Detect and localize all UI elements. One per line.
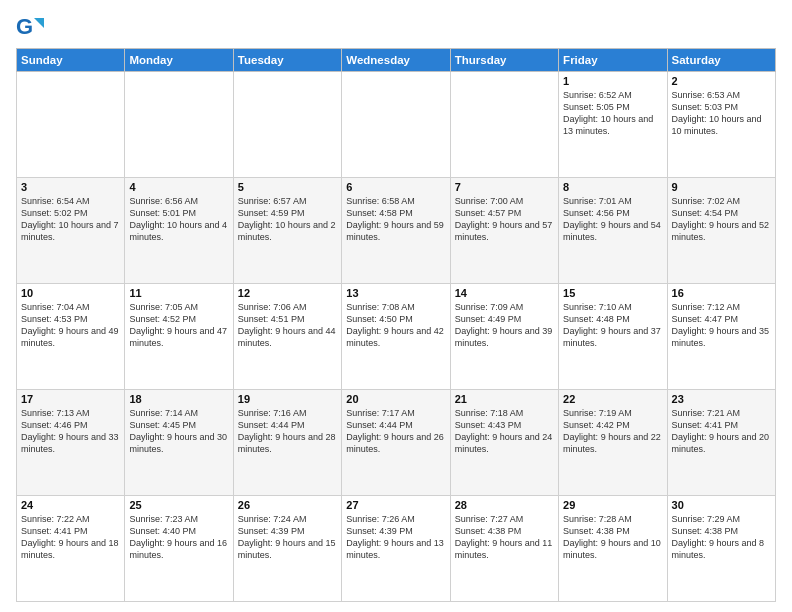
day-info: Sunrise: 7:05 AM Sunset: 4:52 PM Dayligh… bbox=[129, 301, 228, 350]
calendar-week-row: 24Sunrise: 7:22 AM Sunset: 4:41 PM Dayli… bbox=[17, 496, 776, 602]
calendar-cell: 18Sunrise: 7:14 AM Sunset: 4:45 PM Dayli… bbox=[125, 390, 233, 496]
day-number: 12 bbox=[238, 287, 337, 299]
day-info: Sunrise: 7:29 AM Sunset: 4:38 PM Dayligh… bbox=[672, 513, 771, 562]
day-number: 10 bbox=[21, 287, 120, 299]
calendar-cell bbox=[17, 72, 125, 178]
day-number: 26 bbox=[238, 499, 337, 511]
day-number: 20 bbox=[346, 393, 445, 405]
page: G SundayMondayTuesdayWednesdayThursdayFr… bbox=[0, 0, 792, 612]
calendar-cell: 22Sunrise: 7:19 AM Sunset: 4:42 PM Dayli… bbox=[559, 390, 667, 496]
calendar-cell: 5Sunrise: 6:57 AM Sunset: 4:59 PM Daylig… bbox=[233, 178, 341, 284]
day-info: Sunrise: 7:08 AM Sunset: 4:50 PM Dayligh… bbox=[346, 301, 445, 350]
weekday-header-thursday: Thursday bbox=[450, 49, 558, 72]
day-number: 27 bbox=[346, 499, 445, 511]
header: G bbox=[16, 12, 776, 42]
day-number: 11 bbox=[129, 287, 228, 299]
calendar-cell: 27Sunrise: 7:26 AM Sunset: 4:39 PM Dayli… bbox=[342, 496, 450, 602]
calendar-cell: 11Sunrise: 7:05 AM Sunset: 4:52 PM Dayli… bbox=[125, 284, 233, 390]
day-info: Sunrise: 6:52 AM Sunset: 5:05 PM Dayligh… bbox=[563, 89, 662, 138]
weekday-header-monday: Monday bbox=[125, 49, 233, 72]
day-number: 23 bbox=[672, 393, 771, 405]
day-number: 16 bbox=[672, 287, 771, 299]
calendar-cell bbox=[125, 72, 233, 178]
day-number: 13 bbox=[346, 287, 445, 299]
calendar-cell bbox=[342, 72, 450, 178]
day-info: Sunrise: 7:18 AM Sunset: 4:43 PM Dayligh… bbox=[455, 407, 554, 456]
day-info: Sunrise: 7:27 AM Sunset: 4:38 PM Dayligh… bbox=[455, 513, 554, 562]
weekday-header-sunday: Sunday bbox=[17, 49, 125, 72]
calendar-cell: 1Sunrise: 6:52 AM Sunset: 5:05 PM Daylig… bbox=[559, 72, 667, 178]
day-number: 2 bbox=[672, 75, 771, 87]
day-number: 8 bbox=[563, 181, 662, 193]
calendar-cell: 12Sunrise: 7:06 AM Sunset: 4:51 PM Dayli… bbox=[233, 284, 341, 390]
day-info: Sunrise: 7:14 AM Sunset: 4:45 PM Dayligh… bbox=[129, 407, 228, 456]
calendar-cell: 15Sunrise: 7:10 AM Sunset: 4:48 PM Dayli… bbox=[559, 284, 667, 390]
day-info: Sunrise: 6:57 AM Sunset: 4:59 PM Dayligh… bbox=[238, 195, 337, 244]
calendar-cell: 24Sunrise: 7:22 AM Sunset: 4:41 PM Dayli… bbox=[17, 496, 125, 602]
day-info: Sunrise: 6:58 AM Sunset: 4:58 PM Dayligh… bbox=[346, 195, 445, 244]
day-info: Sunrise: 7:04 AM Sunset: 4:53 PM Dayligh… bbox=[21, 301, 120, 350]
day-number: 29 bbox=[563, 499, 662, 511]
day-number: 30 bbox=[672, 499, 771, 511]
day-info: Sunrise: 7:13 AM Sunset: 4:46 PM Dayligh… bbox=[21, 407, 120, 456]
calendar-cell: 19Sunrise: 7:16 AM Sunset: 4:44 PM Dayli… bbox=[233, 390, 341, 496]
day-number: 21 bbox=[455, 393, 554, 405]
calendar-cell: 29Sunrise: 7:28 AM Sunset: 4:38 PM Dayli… bbox=[559, 496, 667, 602]
logo-icon: G bbox=[16, 14, 44, 42]
weekday-header-wednesday: Wednesday bbox=[342, 49, 450, 72]
calendar-cell: 26Sunrise: 7:24 AM Sunset: 4:39 PM Dayli… bbox=[233, 496, 341, 602]
day-number: 3 bbox=[21, 181, 120, 193]
day-info: Sunrise: 7:09 AM Sunset: 4:49 PM Dayligh… bbox=[455, 301, 554, 350]
day-info: Sunrise: 7:22 AM Sunset: 4:41 PM Dayligh… bbox=[21, 513, 120, 562]
day-info: Sunrise: 7:19 AM Sunset: 4:42 PM Dayligh… bbox=[563, 407, 662, 456]
day-info: Sunrise: 6:54 AM Sunset: 5:02 PM Dayligh… bbox=[21, 195, 120, 244]
day-number: 7 bbox=[455, 181, 554, 193]
day-number: 24 bbox=[21, 499, 120, 511]
day-info: Sunrise: 7:17 AM Sunset: 4:44 PM Dayligh… bbox=[346, 407, 445, 456]
day-number: 17 bbox=[21, 393, 120, 405]
calendar-cell: 16Sunrise: 7:12 AM Sunset: 4:47 PM Dayli… bbox=[667, 284, 775, 390]
calendar-cell bbox=[450, 72, 558, 178]
day-info: Sunrise: 7:01 AM Sunset: 4:56 PM Dayligh… bbox=[563, 195, 662, 244]
calendar-cell: 3Sunrise: 6:54 AM Sunset: 5:02 PM Daylig… bbox=[17, 178, 125, 284]
day-number: 1 bbox=[563, 75, 662, 87]
day-info: Sunrise: 7:24 AM Sunset: 4:39 PM Dayligh… bbox=[238, 513, 337, 562]
day-info: Sunrise: 6:53 AM Sunset: 5:03 PM Dayligh… bbox=[672, 89, 771, 138]
day-number: 15 bbox=[563, 287, 662, 299]
calendar-cell: 20Sunrise: 7:17 AM Sunset: 4:44 PM Dayli… bbox=[342, 390, 450, 496]
calendar-cell: 2Sunrise: 6:53 AM Sunset: 5:03 PM Daylig… bbox=[667, 72, 775, 178]
calendar-cell bbox=[233, 72, 341, 178]
weekday-header-row: SundayMondayTuesdayWednesdayThursdayFrid… bbox=[17, 49, 776, 72]
svg-text:G: G bbox=[16, 14, 33, 39]
calendar-cell: 4Sunrise: 6:56 AM Sunset: 5:01 PM Daylig… bbox=[125, 178, 233, 284]
day-info: Sunrise: 7:10 AM Sunset: 4:48 PM Dayligh… bbox=[563, 301, 662, 350]
calendar-week-row: 10Sunrise: 7:04 AM Sunset: 4:53 PM Dayli… bbox=[17, 284, 776, 390]
day-info: Sunrise: 7:00 AM Sunset: 4:57 PM Dayligh… bbox=[455, 195, 554, 244]
day-info: Sunrise: 7:16 AM Sunset: 4:44 PM Dayligh… bbox=[238, 407, 337, 456]
day-info: Sunrise: 7:02 AM Sunset: 4:54 PM Dayligh… bbox=[672, 195, 771, 244]
calendar-cell: 17Sunrise: 7:13 AM Sunset: 4:46 PM Dayli… bbox=[17, 390, 125, 496]
calendar-cell: 10Sunrise: 7:04 AM Sunset: 4:53 PM Dayli… bbox=[17, 284, 125, 390]
day-number: 6 bbox=[346, 181, 445, 193]
calendar-cell: 8Sunrise: 7:01 AM Sunset: 4:56 PM Daylig… bbox=[559, 178, 667, 284]
day-number: 19 bbox=[238, 393, 337, 405]
day-number: 22 bbox=[563, 393, 662, 405]
day-info: Sunrise: 7:23 AM Sunset: 4:40 PM Dayligh… bbox=[129, 513, 228, 562]
calendar-cell: 9Sunrise: 7:02 AM Sunset: 4:54 PM Daylig… bbox=[667, 178, 775, 284]
day-info: Sunrise: 7:12 AM Sunset: 4:47 PM Dayligh… bbox=[672, 301, 771, 350]
day-info: Sunrise: 7:28 AM Sunset: 4:38 PM Dayligh… bbox=[563, 513, 662, 562]
logo: G bbox=[16, 14, 48, 42]
calendar-cell: 21Sunrise: 7:18 AM Sunset: 4:43 PM Dayli… bbox=[450, 390, 558, 496]
day-info: Sunrise: 7:21 AM Sunset: 4:41 PM Dayligh… bbox=[672, 407, 771, 456]
calendar-cell: 28Sunrise: 7:27 AM Sunset: 4:38 PM Dayli… bbox=[450, 496, 558, 602]
weekday-header-tuesday: Tuesday bbox=[233, 49, 341, 72]
day-number: 5 bbox=[238, 181, 337, 193]
weekday-header-friday: Friday bbox=[559, 49, 667, 72]
day-number: 14 bbox=[455, 287, 554, 299]
calendar-cell: 6Sunrise: 6:58 AM Sunset: 4:58 PM Daylig… bbox=[342, 178, 450, 284]
day-number: 28 bbox=[455, 499, 554, 511]
day-info: Sunrise: 6:56 AM Sunset: 5:01 PM Dayligh… bbox=[129, 195, 228, 244]
calendar-cell: 14Sunrise: 7:09 AM Sunset: 4:49 PM Dayli… bbox=[450, 284, 558, 390]
calendar-table: SundayMondayTuesdayWednesdayThursdayFrid… bbox=[16, 48, 776, 602]
day-info: Sunrise: 7:26 AM Sunset: 4:39 PM Dayligh… bbox=[346, 513, 445, 562]
